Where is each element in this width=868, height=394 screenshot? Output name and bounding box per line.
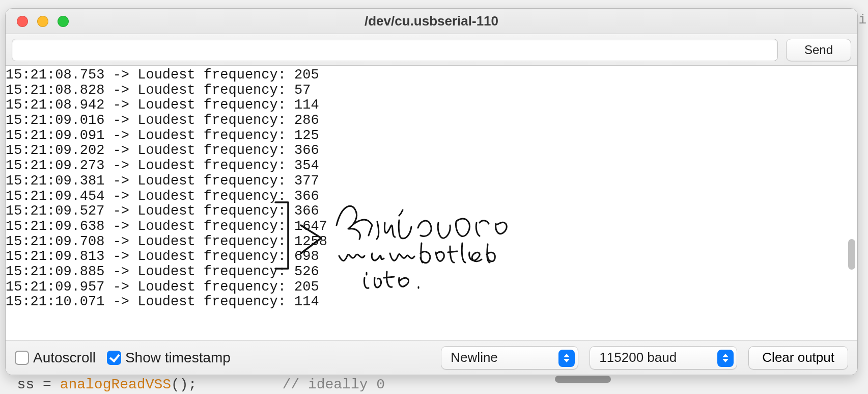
footer-bar: Autoscroll Show timestamp Newline 115200… — [6, 340, 857, 375]
serial-log-line: 15:21:08.828 -> Loudest frequency: 57 — [6, 83, 854, 98]
serial-input-row: Send — [6, 34, 857, 66]
serial-log-line: 15:21:09.091 -> Loudest frequency: 125 — [6, 128, 854, 144]
zoom-icon[interactable] — [58, 16, 69, 27]
serial-log-line: 15:21:09.708 -> Loudest frequency: 1258 — [6, 234, 854, 250]
serial-log-line: 15:21:09.202 -> Loudest frequency: 366 — [6, 143, 854, 159]
baud-rate-value: 115200 baud — [599, 350, 677, 365]
updown-icon — [717, 350, 734, 367]
titlebar: /dev/cu.usbserial-110 — [6, 9, 857, 34]
vscroll-thumb[interactable] — [848, 239, 855, 270]
serial-log-line: 15:21:09.016 -> Loudest frequency: 286 — [6, 113, 854, 128]
serial-log-line: 15:21:10.071 -> Loudest frequency: 114 — [6, 295, 854, 310]
serial-log-line: 15:21:09.381 -> Loudest frequency: 377 — [6, 174, 854, 189]
serial-log-line: 15:21:09.813 -> Loudest frequency: 698 — [6, 249, 854, 265]
close-icon[interactable] — [17, 16, 28, 27]
clear-output-button[interactable]: Clear output — [748, 346, 848, 370]
serial-log-line: 15:21:09.957 -> Loudest frequency: 205 — [6, 280, 854, 295]
serial-log-line: 15:21:09.527 -> Loudest frequency: 366 — [6, 204, 854, 219]
serial-log-line: 15:21:09.454 -> Loudest frequency: 366 — [6, 189, 854, 204]
show-timestamp-label: Show timestamp — [125, 350, 231, 366]
autoscroll-label: Autoscroll — [33, 350, 96, 366]
line-ending-select[interactable]: Newline — [441, 346, 578, 370]
autoscroll-checkbox[interactable]: Autoscroll — [15, 350, 96, 366]
minimize-icon[interactable] — [37, 16, 48, 27]
vscroll-track[interactable] — [848, 66, 856, 340]
show-timestamp-checkbox[interactable]: Show timestamp — [107, 350, 231, 366]
window-controls — [6, 16, 69, 27]
send-button[interactable]: Send — [786, 39, 851, 61]
window-title: /dev/cu.usbserial-110 — [6, 13, 857, 29]
serial-log-line: 15:21:09.638 -> Loudest frequency: 1647 — [6, 219, 854, 234]
serial-log-line: 15:21:09.273 -> Loudest frequency: 354 — [6, 159, 854, 174]
serial-output[interactable]: 15:21:08.753 -> Loudest frequency: 20515… — [6, 66, 857, 340]
serial-log-line: 15:21:09.885 -> Loudest frequency: 526 — [6, 265, 854, 280]
serial-input[interactable] — [12, 39, 778, 61]
baud-rate-select[interactable]: 115200 baud — [590, 346, 737, 370]
serial-log-line: 15:21:08.942 -> Loudest frequency: 114 — [6, 98, 854, 113]
background-hscroll-thumb — [555, 376, 611, 383]
serial-log-line: 15:21:08.753 -> Loudest frequency: 205 — [6, 68, 854, 83]
updown-icon — [558, 350, 575, 367]
line-ending-value: Newline — [451, 350, 498, 365]
serial-monitor-window: /dev/cu.usbserial-110 Send 15:21:08.753 … — [5, 8, 858, 375]
